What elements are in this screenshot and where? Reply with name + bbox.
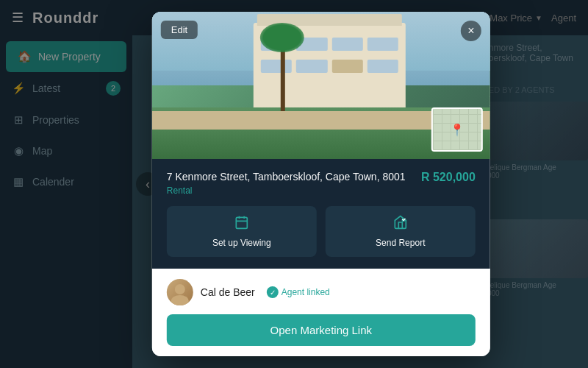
property-address: 7 Kenmore Street, Tamboerskloof, Cape To… xyxy=(167,171,406,183)
report-icon xyxy=(393,215,408,233)
agent-linked-badge: ✓ Agent linked xyxy=(267,286,330,298)
check-icon: ✓ xyxy=(267,286,279,298)
report-label: Send Report xyxy=(376,238,425,248)
edit-button[interactable]: Edit xyxy=(161,21,198,39)
svg-point-5 xyxy=(175,284,185,294)
property-price: R 520,000 xyxy=(421,171,476,184)
calendar-icon xyxy=(234,215,249,233)
svg-point-6 xyxy=(171,295,189,305)
property-info-row: 7 Kenmore Street, Tamboerskloof, Cape To… xyxy=(167,171,476,196)
svg-rect-0 xyxy=(236,217,247,228)
set-up-viewing-button[interactable]: Set up Viewing xyxy=(167,206,317,257)
send-report-button[interactable]: Send Report xyxy=(326,206,476,257)
agent-linked-label: Agent linked xyxy=(282,287,330,297)
modal-footer: Cal de Beer ✓ Agent linked Open Marketin… xyxy=(152,269,490,356)
modal-actions: Set up Viewing Send Report xyxy=(167,206,476,257)
property-image: Edit × 📍 xyxy=(152,12,490,159)
modal-body: 7 Kenmore Street, Tamboerskloof, Cape To… xyxy=(152,159,490,269)
map-thumbnail[interactable]: 📍 xyxy=(431,107,483,152)
agent-name: Cal de Beer xyxy=(201,286,255,298)
close-button[interactable]: × xyxy=(461,21,481,41)
agent-info-row: Cal de Beer ✓ Agent linked xyxy=(167,279,476,305)
property-modal: Edit × 📍 7 Kenmore Street, Tamboerskloof… xyxy=(152,12,490,356)
agent-avatar xyxy=(167,279,193,305)
property-type: Rental xyxy=(167,185,406,196)
open-marketing-link-button[interactable]: Open Marketing Link xyxy=(167,314,476,346)
viewing-label: Set up Viewing xyxy=(212,238,271,248)
